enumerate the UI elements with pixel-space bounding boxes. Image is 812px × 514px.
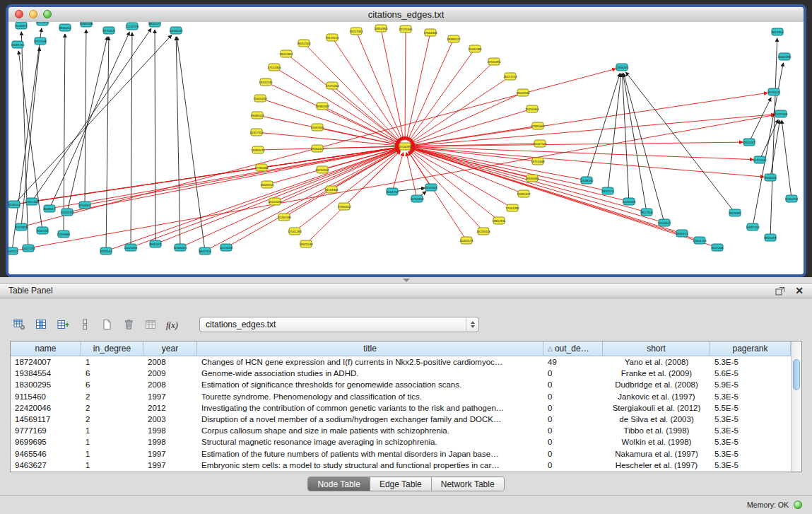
network-node[interactable]: 9814350	[772, 28, 784, 35]
table-row[interactable]: 1456911722003Disruption of a novel membe…	[11, 414, 801, 425]
network-node[interactable]: 9461573	[602, 187, 614, 194]
network-node[interactable]: 18052563	[297, 40, 311, 47]
column-header-pagerank[interactable]: pagerank	[710, 341, 791, 356]
network-node[interactable]: 15600418	[253, 95, 267, 102]
network-node[interactable]: 10617294	[21, 245, 35, 252]
import-table-icon[interactable]	[141, 316, 160, 333]
column-header-short[interactable]: short	[603, 341, 710, 356]
network-node[interactable]: 16983075	[251, 146, 265, 153]
table-row[interactable]: 946554611997Estimation of the future num…	[11, 448, 801, 460]
network-node[interactable]: 18200145	[259, 78, 273, 86]
network-node[interactable]: 9350187	[743, 139, 755, 146]
network-node[interactable]: 15997850	[310, 124, 324, 131]
network-node[interactable]: 17836502	[337, 203, 351, 210]
tab-node-table[interactable]: Node Table	[308, 477, 370, 491]
delete-icon[interactable]	[119, 316, 139, 333]
scrollbar-thumb[interactable]	[793, 359, 800, 390]
network-node[interactable]: 10285946	[622, 198, 636, 205]
network-node[interactable]: 9534801	[16, 22, 28, 29]
network-node[interactable]: 19333086	[525, 175, 539, 182]
close-panel-icon[interactable]: ✕	[795, 285, 804, 296]
network-node[interactable]: 18439551	[260, 181, 274, 188]
network-node[interactable]: 9136504	[8, 201, 20, 208]
network-node[interactable]: 15895417	[517, 190, 531, 197]
close-window-button[interactable]	[15, 10, 23, 18]
add-column-icon[interactable]	[54, 316, 73, 333]
network-node[interactable]: 11150763	[785, 195, 799, 202]
network-node[interactable]: 10713542	[753, 156, 767, 163]
show-columns-icon[interactable]	[32, 316, 51, 333]
network-node[interactable]: 10871342	[25, 198, 39, 205]
network-node[interactable]: 11260583	[61, 209, 74, 216]
network-node[interactable]: 9423081	[729, 209, 741, 216]
network-node[interactable]: 11503627	[658, 219, 671, 226]
network-node[interactable]: 15266188	[277, 214, 291, 221]
network-node[interactable]: 8903152	[8, 247, 18, 255]
network-node[interactable]: 17290066	[254, 164, 269, 171]
network-node[interactable]: 9237465	[425, 184, 437, 191]
network-node[interactable]: 11648290	[580, 177, 594, 184]
network-node[interactable]: 18043530	[516, 89, 530, 96]
table-row[interactable]: 1830029562008Estimation of significance …	[11, 379, 801, 390]
network-node[interactable]: 16724102	[315, 166, 329, 173]
network-node[interactable]: 17041283	[288, 228, 302, 235]
table-row[interactable]: 2242004622012Investigating the contribut…	[11, 402, 801, 414]
network-node[interactable]: 10697254	[746, 223, 760, 230]
minimize-window-button[interactable]	[29, 10, 37, 18]
network-node[interactable]: 20357914	[249, 129, 264, 136]
network-node[interactable]: 17664908	[423, 29, 437, 36]
network-node[interactable]: 15342086	[468, 45, 482, 52]
network-node[interactable]: 11025683	[124, 244, 138, 251]
network-node[interactable]: 8875419	[765, 234, 777, 241]
network-node[interactable]: 20156903	[525, 105, 539, 112]
table-mode-icon[interactable]	[10, 316, 29, 333]
network-node[interactable]: 10824753	[693, 237, 707, 244]
network-node[interactable]: 19745891	[487, 58, 501, 65]
panel-splitter[interactable]	[0, 277, 812, 283]
network-node[interactable]: 18852911	[493, 217, 506, 224]
tab-network-table[interactable]: Network Table	[432, 477, 504, 491]
network-node[interactable]: 17893465	[531, 122, 545, 129]
network-node[interactable]: 10159476	[14, 223, 28, 230]
network-node[interactable]: 8936452	[59, 24, 71, 31]
table-row[interactable]: 1872400712008Changes of HCN gene express…	[11, 356, 801, 368]
zoom-window-button[interactable]	[43, 10, 52, 18]
network-node[interactable]: 18710648	[531, 158, 545, 165]
network-node[interactable]: 8842107	[149, 22, 161, 27]
network-node[interactable]: 9721508	[35, 37, 47, 45]
column-header-out_degree[interactable]: △out_de…	[543, 341, 603, 356]
network-node[interactable]: 9852316	[199, 247, 211, 255]
table-row[interactable]: 977716911998Corpus callosum shape and si…	[11, 425, 801, 436]
network-node[interactable]: 10938245	[169, 27, 183, 34]
network-node[interactable]: 16012801	[279, 50, 293, 57]
column-header-in_degree[interactable]: in_degree	[81, 341, 143, 356]
network-node[interactable]: 17075263	[325, 82, 339, 89]
network-node[interactable]: 16854905	[374, 25, 388, 32]
network-node[interactable]: 11409865	[57, 230, 71, 238]
column-header-year[interactable]: year	[143, 341, 197, 356]
table-row[interactable]: 911546021997Tourette syndrome. Phenomeno…	[11, 391, 801, 402]
network-node[interactable]: 9448617	[44, 205, 56, 212]
new-table-icon[interactable]	[98, 316, 117, 333]
network-node[interactable]: 18149366	[324, 186, 339, 193]
row-tools-icon[interactable]	[76, 316, 95, 333]
network-node[interactable]: 8691470	[150, 240, 162, 247]
network-node[interactable]: 17554300	[267, 64, 281, 71]
table-row[interactable]: 1938455462009Genome-wide association stu…	[11, 368, 801, 379]
network-node[interactable]: 17461390	[505, 204, 519, 211]
network-node[interactable]: 11866492	[616, 64, 629, 71]
table-row[interactable]: 946362711997Embryonic stem cells: a mode…	[11, 460, 801, 471]
network-node[interactable]: 9576123	[768, 88, 780, 95]
vertical-scrollbar[interactable]	[791, 341, 801, 472]
network-node[interactable]: 18380649	[315, 103, 329, 110]
network-node[interactable]: 9690415	[676, 230, 688, 237]
network-node[interactable]: 8817304	[641, 209, 653, 216]
network-node[interactable]: 18257041	[349, 28, 363, 35]
network-node[interactable]: 11087230	[11, 41, 25, 48]
network-node[interactable]: 16047522	[533, 140, 547, 147]
network-node[interactable]: 9587231	[37, 227, 49, 234]
network-node[interactable]: 10752819	[410, 195, 424, 202]
network-node[interactable]: 9064732	[387, 188, 399, 195]
network-node[interactable]: 9275418	[103, 27, 115, 34]
tab-edge-table[interactable]: Edge Table	[370, 477, 432, 491]
